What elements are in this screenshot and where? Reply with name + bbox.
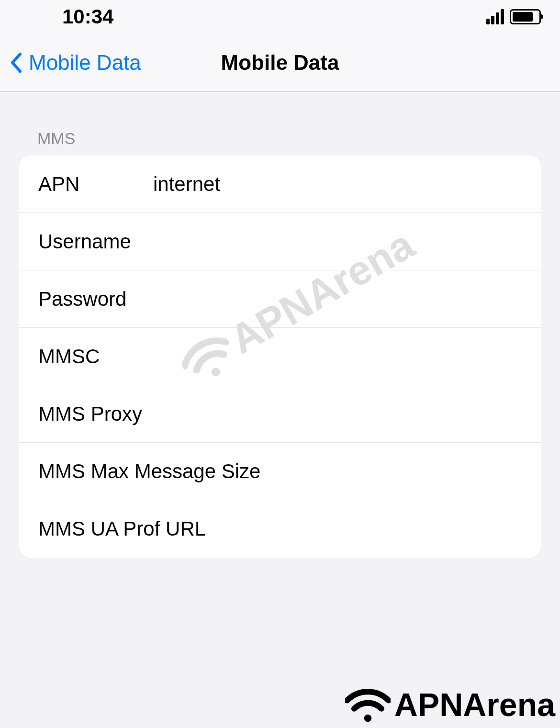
status-time: 10:34: [62, 5, 113, 28]
row-username[interactable]: Username: [19, 213, 541, 270]
input-mms-max-size[interactable]: [260, 460, 541, 483]
label-password: Password: [38, 288, 153, 311]
content: MMS APN Username Password MMSC MMS Proxy…: [0, 92, 560, 558]
navigation-bar: Mobile Data Mobile Data: [0, 34, 560, 92]
input-apn[interactable]: [153, 173, 541, 196]
settings-group-mms: APN Username Password MMSC MMS Proxy MMS…: [19, 156, 541, 558]
input-mms-ua-prof[interactable]: [206, 517, 541, 540]
cellular-signal-icon: [486, 9, 504, 24]
input-username[interactable]: [153, 230, 541, 253]
wifi-icon: [345, 686, 391, 723]
label-mms-max-size: MMS Max Message Size: [38, 460, 260, 483]
watermark-bottom-text: APNArena: [394, 686, 555, 723]
status-bar: 10:34: [0, 0, 560, 34]
label-mms-ua-prof: MMS UA Prof URL: [38, 517, 206, 540]
label-mms-proxy: MMS Proxy: [38, 403, 142, 426]
chevron-left-icon: [10, 52, 23, 73]
input-password[interactable]: [153, 288, 541, 311]
section-header-mms: MMS: [0, 129, 560, 156]
battery-icon: [510, 9, 541, 24]
back-button[interactable]: Mobile Data: [10, 51, 141, 75]
input-mms-proxy[interactable]: [142, 403, 541, 426]
page-title: Mobile Data: [221, 51, 339, 75]
label-mmsc: MMSC: [38, 345, 153, 368]
row-mmsc[interactable]: MMSC: [19, 328, 541, 385]
row-password[interactable]: Password: [19, 270, 541, 328]
back-label: Mobile Data: [29, 51, 141, 75]
input-mmsc[interactable]: [153, 345, 541, 368]
row-apn[interactable]: APN: [19, 156, 541, 213]
row-mms-ua-prof[interactable]: MMS UA Prof URL: [19, 500, 541, 558]
status-indicators: [486, 9, 541, 24]
watermark-bottom: APNArena: [345, 686, 555, 723]
label-username: Username: [38, 230, 153, 253]
row-mms-proxy[interactable]: MMS Proxy: [19, 385, 541, 443]
label-apn: APN: [38, 173, 153, 196]
svg-point-1: [364, 715, 371, 722]
row-mms-max-size[interactable]: MMS Max Message Size: [19, 443, 541, 500]
